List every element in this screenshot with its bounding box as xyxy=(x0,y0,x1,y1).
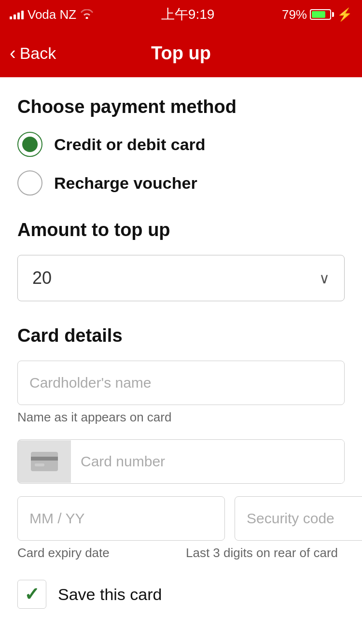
expiry-hint: Card expiry date xyxy=(17,546,176,560)
voucher-option[interactable]: Recharge voucher xyxy=(17,170,345,196)
checkmark-icon: ✓ xyxy=(24,584,40,605)
page-header: ‹ Back Top up xyxy=(0,29,362,77)
svg-rect-1 xyxy=(31,457,58,461)
credit-card-label: Credit or debit card xyxy=(54,135,206,154)
payment-method-section: Choose payment method Credit or debit ca… xyxy=(17,97,345,196)
credit-card-option[interactable]: Credit or debit card xyxy=(17,132,345,157)
carrier-label: Voda NZ xyxy=(28,7,76,22)
voucher-label: Recharge voucher xyxy=(54,174,197,193)
cardholder-name-group: Name as it appears on card xyxy=(17,361,345,425)
chevron-down-icon: ∨ xyxy=(319,270,330,287)
card-type-icon-block xyxy=(18,440,71,483)
wifi-icon xyxy=(80,7,94,22)
card-number-group xyxy=(17,439,345,484)
amount-value: 20 xyxy=(32,268,52,288)
charging-icon: ⚡ xyxy=(337,7,352,22)
back-button[interactable]: ‹ Back xyxy=(10,44,56,63)
cardholder-hint: Name as it appears on card xyxy=(17,410,345,425)
main-content: Choose payment method Credit or debit ca… xyxy=(0,77,362,628)
page-title: Top up xyxy=(151,43,211,64)
status-time: 上午9:19 xyxy=(161,5,215,24)
amount-section: Amount to top up 20 ∨ xyxy=(17,220,345,301)
expiry-input[interactable] xyxy=(17,496,225,541)
card-number-input[interactable] xyxy=(71,440,344,483)
save-card-checkbox[interactable]: ✓ xyxy=(17,580,46,609)
status-right: 79% ⚡ xyxy=(282,7,352,22)
signal-icon xyxy=(10,10,24,19)
credit-card-radio[interactable] xyxy=(17,132,42,157)
svg-rect-3 xyxy=(35,463,44,466)
card-details-section: Card details Name as it appears on card xyxy=(17,325,345,609)
status-left: Voda NZ xyxy=(10,7,94,22)
save-card-label: Save this card xyxy=(58,585,162,604)
cardholder-name-input[interactable] xyxy=(17,361,345,405)
card-details-title: Card details xyxy=(17,325,345,346)
save-card-row[interactable]: ✓ Save this card xyxy=(17,580,345,609)
amount-title: Amount to top up xyxy=(17,220,345,240)
security-hint: Last 3 digits on rear of card xyxy=(186,546,345,560)
security-code-input[interactable] xyxy=(235,496,362,541)
battery-percent: 79% xyxy=(282,7,307,22)
card-icon xyxy=(31,452,58,471)
voucher-radio[interactable] xyxy=(17,170,42,196)
amount-dropdown[interactable]: 20 ∨ xyxy=(17,255,345,301)
expiry-security-row xyxy=(17,496,345,541)
status-bar: Voda NZ 上午9:19 79% ⚡ xyxy=(0,0,362,29)
expiry-security-hints: Card expiry date Last 3 digits on rear o… xyxy=(17,546,345,560)
radio-selected-dot xyxy=(22,137,38,152)
back-label: Back xyxy=(20,44,56,63)
svg-rect-0 xyxy=(31,452,58,471)
back-chevron-icon: ‹ xyxy=(10,44,16,62)
payment-section-title: Choose payment method xyxy=(17,97,345,117)
battery-icon xyxy=(310,9,334,20)
